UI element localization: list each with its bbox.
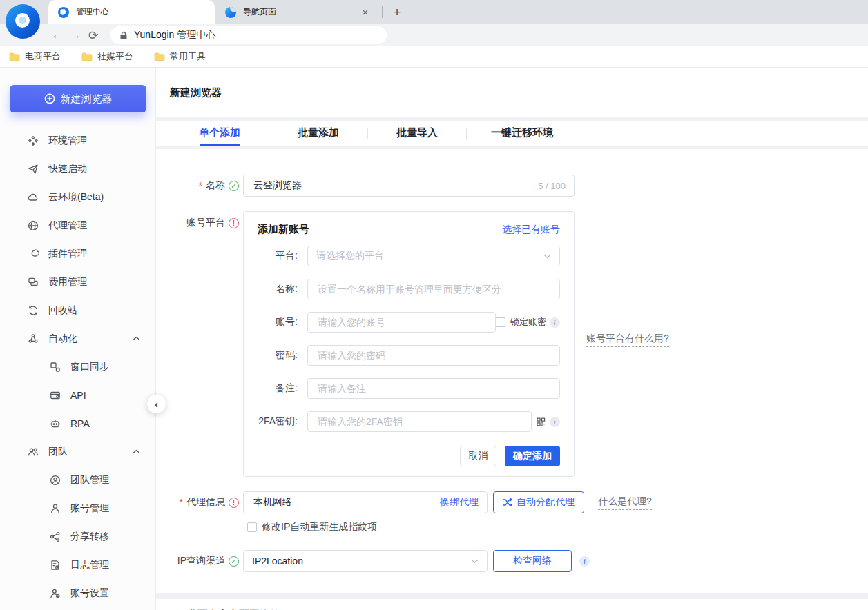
paper-plane-icon <box>28 164 39 175</box>
back-icon[interactable]: ← <box>48 28 66 42</box>
chevron-up-icon[interactable] <box>133 336 140 341</box>
tab-title: 管理中心 <box>76 6 109 18</box>
check-network-button[interactable]: 检查网络 <box>493 550 572 572</box>
name-input-box: 5 / 100 <box>243 175 575 197</box>
tab-single-add[interactable]: 单个添加 <box>171 121 269 146</box>
share-icon <box>50 531 61 542</box>
twofa-input[interactable] <box>316 415 523 428</box>
new-tab-button[interactable]: + <box>388 3 406 21</box>
sidebar-item-label: 费用管理 <box>48 276 87 288</box>
platform-select[interactable]: 请选择您的平台 <box>307 246 560 266</box>
reload-icon[interactable]: ⟳ <box>84 28 102 43</box>
regen-fingerprint-checkbox[interactable] <box>247 522 257 532</box>
network-info-icon[interactable]: i <box>579 556 590 567</box>
qr-code-icon[interactable] <box>537 417 546 426</box>
browser-logo-icon <box>6 4 40 39</box>
sidebar-item-billing[interactable]: 费用管理 <box>0 268 155 296</box>
custom-fingerprint-section[interactable]: ! 我要自定义配置指纹 <box>156 599 868 610</box>
api-icon <box>50 390 61 401</box>
account-input[interactable] <box>316 316 487 328</box>
tab-migrate-env[interactable]: 一键迁移环境 <box>467 121 577 146</box>
required-asterisk: * <box>180 497 183 508</box>
choose-existing-account-link[interactable]: 选择已有账号 <box>502 224 560 236</box>
account-input-box <box>307 312 496 333</box>
sidebar-collapse-button[interactable]: ‹ <box>147 395 166 413</box>
sidebar-item-share-transfer[interactable]: 分享转移 <box>0 522 155 551</box>
sidebar-item-account-settings[interactable]: 账号设置 <box>0 579 155 607</box>
proxy-input-box: 换绑代理 <box>243 491 488 513</box>
chevron-down-icon <box>543 254 551 259</box>
lock-info-icon[interactable]: i <box>550 317 560 328</box>
bookmark-folder-social[interactable]: 社媒平台 <box>81 50 133 63</box>
lock-credentials-label: 锁定账密 <box>510 316 546 328</box>
sidebar-item-quick-launch[interactable]: 快速启动 <box>0 155 155 183</box>
regen-fingerprint-row: 修改IP自动重新生成指纹项 <box>243 521 868 533</box>
automation-icon <box>28 333 39 344</box>
sidebar-item-label: 账号管理 <box>70 502 109 515</box>
remark-input[interactable] <box>316 382 551 395</box>
forward-icon[interactable]: → <box>66 28 84 42</box>
browser-tab-navigation[interactable]: 导航页面 × <box>215 0 381 24</box>
url-field[interactable]: YunLogin 管理中心 <box>110 26 387 44</box>
sidebar-item-account-management[interactable]: 账号管理 <box>0 494 155 522</box>
ip-channel-select[interactable]: IP2Location <box>243 550 488 572</box>
sidebar-item-proxy[interactable]: 代理管理 <box>0 211 155 239</box>
browser-tab-active[interactable]: 管理中心 <box>48 0 215 24</box>
sidebar-item-log-management[interactable]: 日志管理 <box>0 551 155 579</box>
address-bar: ← → ⟳ YunLogin 管理中心 <box>0 24 868 46</box>
sidebar-item-cloud-env[interactable]: 云环境(Beta) <box>0 183 155 211</box>
lock-credentials-checkbox[interactable] <box>496 317 505 327</box>
sidebar-item-label: API <box>70 390 86 401</box>
proxy-input[interactable] <box>252 496 440 509</box>
new-browser-button[interactable]: 新建浏览器 <box>10 85 146 112</box>
tab-batch-add[interactable]: 批量添加 <box>269 121 367 146</box>
close-tab-icon[interactable]: × <box>359 6 372 19</box>
confirm-add-button[interactable]: 确定添加 <box>505 446 560 466</box>
card-title: 添加新账号 <box>258 223 309 236</box>
platform-help-link[interactable]: 账号平台有什么用? <box>586 333 669 347</box>
content-tabs: 单个添加 批量添加 批量导入 一键迁移环境 <box>156 121 868 146</box>
shuffle-icon <box>503 498 512 506</box>
tab-batch-import[interactable]: 批量导入 <box>368 121 466 146</box>
sidebar-item-label: 账号设置 <box>70 587 109 600</box>
password-input[interactable] <box>316 349 551 362</box>
main-content: 新建浏览器 单个添加 批量添加 批量导入 一键迁移环境 * 名称 ✓ <box>156 68 868 610</box>
ip-channel-label: IP查询渠道 ✓ <box>156 555 239 567</box>
twofa-info-icon[interactable]: i <box>550 417 560 427</box>
sidebar-item-label: 日志管理 <box>70 559 109 571</box>
bookmark-folder-ecommerce[interactable]: 电商平台 <box>9 50 61 63</box>
platform-select-placeholder: 请选择您的平台 <box>316 250 543 262</box>
log-file-icon <box>50 560 61 571</box>
sidebar-item-team[interactable]: 团队 <box>0 437 155 466</box>
account-platform-label: 账号平台 ! <box>156 217 239 229</box>
platform-field-label: 平台: <box>258 250 298 262</box>
sidebar-item-environment[interactable]: 环境管理 <box>0 126 155 155</box>
ip-channel-value: IP2Location <box>252 555 471 567</box>
sidebar-item-recycle-bin[interactable]: 回收站 <box>0 296 155 324</box>
coins-icon <box>28 277 39 288</box>
cancel-button[interactable]: 取消 <box>460 446 496 466</box>
sidebar-item-automation[interactable]: 自动化 <box>0 324 155 353</box>
chevron-up-icon[interactable] <box>133 449 140 454</box>
sidebar-item-rpa[interactable]: RPA <box>0 409 155 437</box>
account-field-label: 账号: <box>258 316 298 328</box>
person-gear-icon <box>50 588 61 599</box>
sidebar-item-team-management[interactable]: 团队管理 <box>0 466 155 494</box>
twofa-field-row: 2FA密钥: i <box>258 411 560 432</box>
auto-assign-proxy-button[interactable]: 自动分配代理 <box>493 491 584 513</box>
name-label: * 名称 ✓ <box>156 179 239 192</box>
name-input[interactable] <box>252 179 538 192</box>
sidebar-item-window-sync[interactable]: 窗口同步 <box>0 353 155 381</box>
robot-icon <box>50 418 61 429</box>
folder-icon <box>9 52 20 61</box>
sidebar-item-api[interactable]: API <box>0 381 155 409</box>
rebind-proxy-link[interactable]: 换绑代理 <box>440 496 479 509</box>
account-name-input[interactable] <box>316 283 551 295</box>
warning-icon: ! <box>229 498 239 508</box>
sidebar-item-label: 云环境(Beta) <box>48 191 104 204</box>
proxy-help-link[interactable]: 什么是代理? <box>598 495 652 510</box>
bookmark-folder-tools[interactable]: 常用工具 <box>154 50 206 63</box>
tab-divider <box>382 6 383 18</box>
remark-input-box <box>307 378 560 399</box>
sidebar-item-plugins[interactable]: 插件管理 <box>0 239 155 268</box>
